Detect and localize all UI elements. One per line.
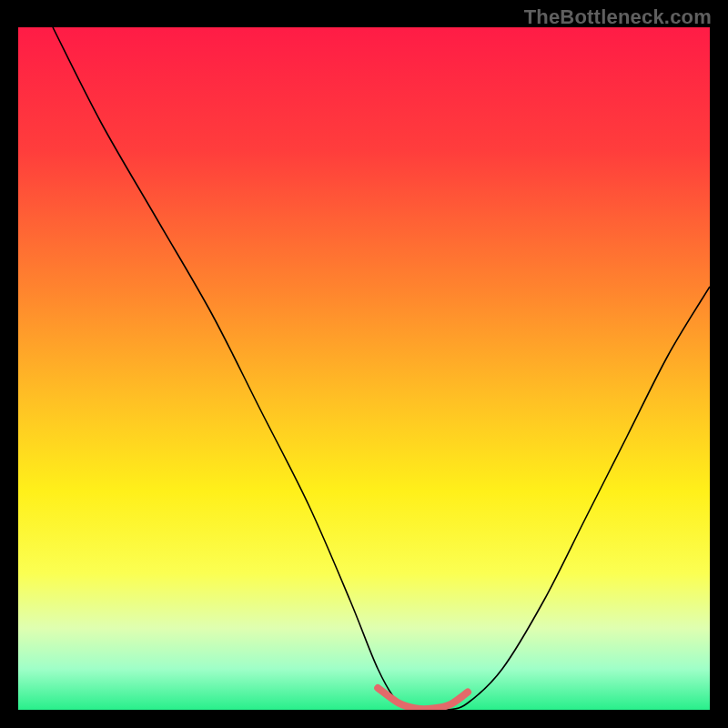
bottleneck-chart bbox=[18, 27, 710, 710]
plot-area bbox=[18, 27, 710, 710]
chart-frame: TheBottleneck.com bbox=[0, 0, 728, 728]
watermark-text: TheBottleneck.com bbox=[524, 5, 712, 29]
gradient-background bbox=[18, 27, 710, 710]
